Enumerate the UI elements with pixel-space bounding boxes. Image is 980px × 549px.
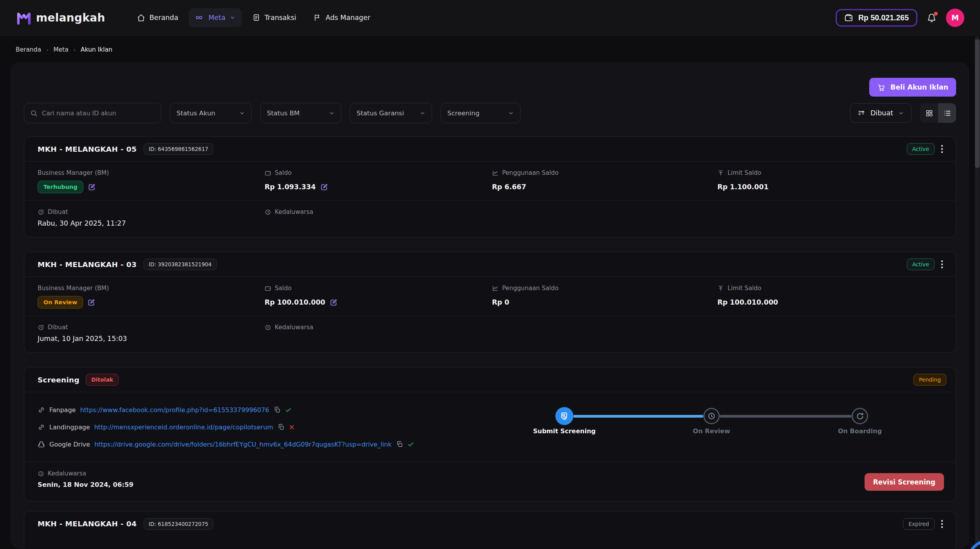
- kedaluwarsa-label: Kedaluwarsa: [275, 208, 313, 215]
- chevron-down-icon: [508, 110, 514, 116]
- screening-title: Screening: [38, 376, 79, 384]
- saldo-label: Saldo: [275, 285, 292, 292]
- nav-label: Ads Manager: [326, 14, 370, 22]
- search-box[interactable]: [24, 103, 161, 123]
- account-id-badge: ID: 643569861562617: [144, 143, 213, 155]
- account-card: MKH - MELANGKAH - 03 ID: 392038238152190…: [24, 252, 956, 353]
- limit-value: Rp 100.010.000: [717, 298, 778, 306]
- step-submit-screening-icon: [555, 407, 573, 425]
- avatar[interactable]: M: [946, 9, 964, 27]
- account-name: MKH - MELANGKAH - 03: [38, 260, 137, 269]
- breadcrumb: Beranda › Meta › Akun Iklan: [0, 36, 980, 62]
- kebab-menu-icon[interactable]: [938, 258, 946, 270]
- nav-item-beranda[interactable]: Beranda: [130, 9, 185, 27]
- sort-icon: [858, 109, 865, 117]
- sort-button[interactable]: Dibuat: [850, 103, 912, 123]
- penggunaan-value: Rp 6.667: [492, 183, 526, 191]
- breadcrumb-beranda[interactable]: Beranda: [16, 46, 41, 53]
- edit-icon[interactable]: [320, 183, 328, 191]
- nav-item-transaksi[interactable]: Transaksi: [246, 9, 303, 27]
- clock-plus-icon: [38, 209, 44, 215]
- chevron-down-icon: [329, 110, 335, 116]
- buy-ad-account-button[interactable]: Beli Akun Iklan: [869, 78, 956, 97]
- account-card: MKH - MELANGKAH - 05 ID: 643569861562617…: [24, 136, 956, 237]
- scrollbar-thumb[interactable]: [975, 39, 980, 168]
- kedaluwarsa-label: Kedaluwarsa: [48, 470, 86, 477]
- clock-icon: [265, 324, 271, 331]
- breadcrumb-meta[interactable]: Meta: [53, 46, 68, 53]
- nav-label: Meta: [208, 14, 225, 22]
- clock-icon: [265, 209, 271, 215]
- dibuat-value: Jumat, 10 Jan 2025, 15:03: [38, 335, 265, 343]
- sort-label: Dibuat: [870, 109, 893, 117]
- account-card: MKH - MELANGKAH - 04 ID: 618523400272075…: [24, 511, 956, 549]
- grid-view-button[interactable]: [920, 103, 938, 123]
- chevron-down-icon: [230, 15, 235, 20]
- nav-label: Beranda: [150, 14, 178, 22]
- screening-card: Screening Ditolak Pending Fanpage https:…: [24, 367, 956, 501]
- filter-status-bm[interactable]: Status BM: [260, 103, 341, 123]
- home-icon: [137, 14, 145, 22]
- penggunaan-label: Penggunaan Saldo: [502, 169, 558, 176]
- clock-plus-icon: [38, 324, 44, 331]
- cart-icon: [877, 83, 885, 92]
- saldo-value: Rp 100.010.000: [265, 298, 325, 306]
- breadcrumb-akun-iklan[interactable]: Akun Iklan: [81, 46, 112, 53]
- step-on-review-icon: [703, 408, 720, 424]
- kedaluwarsa-value: Senin, 18 Nov 2024, 06:59: [38, 481, 133, 488]
- main-menu: Beranda Meta Transaksi Ads Manager: [130, 8, 377, 27]
- account-id-badge: ID: 618523400272075: [144, 518, 213, 530]
- kebab-menu-icon[interactable]: [938, 518, 946, 530]
- filter-label: Status Garansi: [357, 109, 404, 117]
- edit-icon[interactable]: [88, 183, 96, 191]
- notification-bell-icon[interactable]: [927, 13, 937, 23]
- step-label-boarding: On Boarding: [838, 427, 882, 435]
- list-icon: [943, 109, 951, 117]
- buy-button-label: Beli Akun Iklan: [890, 83, 948, 91]
- filter-label: Screening: [447, 109, 479, 117]
- filter-screening[interactable]: Screening: [441, 103, 521, 123]
- search-input[interactable]: [42, 109, 155, 117]
- limit-label: Limit Saldo: [728, 285, 761, 292]
- filter-status-akun[interactable]: Status Akun: [170, 103, 252, 123]
- scrollbar-track[interactable]: [975, 36, 980, 549]
- chevron-down-icon: [420, 110, 425, 116]
- filter-label: Status Akun: [177, 109, 215, 117]
- nav-item-meta[interactable]: Meta: [189, 8, 241, 27]
- kedaluwarsa-label: Kedaluwarsa: [275, 324, 313, 331]
- bm-status-badge: On Review: [38, 296, 83, 309]
- step-label-review: On Review: [693, 427, 730, 435]
- brand-logo[interactable]: melangkah: [16, 9, 105, 26]
- account-name: MKH - MELANGKAH - 04: [38, 520, 137, 528]
- status-badge: Expired: [903, 518, 935, 530]
- step-on-boarding-icon: [852, 408, 868, 424]
- kebab-menu-icon[interactable]: [938, 143, 946, 155]
- wallet-balance-button[interactable]: Rp 50.021.265: [836, 9, 917, 27]
- edit-icon[interactable]: [330, 298, 338, 307]
- breadcrumb-separator: ›: [74, 47, 76, 53]
- filter-status-garansi[interactable]: Status Garansi: [350, 103, 432, 123]
- bm-label: Business Manager (BM): [38, 285, 109, 292]
- breadcrumb-separator: ›: [46, 47, 48, 53]
- bm-label: Business Manager (BM): [38, 169, 109, 176]
- account-name: MKH - MELANGKAH - 05: [38, 145, 137, 153]
- edit-icon[interactable]: [87, 298, 95, 307]
- filter-label: Status BM: [267, 109, 299, 117]
- notification-dot: [934, 12, 938, 16]
- filter-toolbar: Status Akun Status BM Status Garansi Scr…: [24, 103, 956, 123]
- list-view-button[interactable]: [938, 103, 956, 123]
- dibuat-value: Rabu, 30 Apr 2025, 11:27: [38, 219, 265, 227]
- nav-right: Rp 50.021.265 M: [836, 9, 964, 27]
- nav-item-ads-manager[interactable]: Ads Manager: [307, 9, 377, 27]
- penggunaan-value: Rp 0: [492, 298, 509, 306]
- receipt-icon: [252, 14, 260, 22]
- limit-value: Rp 1.100.001: [717, 183, 769, 191]
- step-label-submit: Submit Screening: [533, 427, 596, 435]
- avatar-initial: M: [951, 13, 959, 22]
- limit-icon: [717, 170, 724, 176]
- wallet-balance: Rp 50.021.265: [858, 13, 909, 22]
- brand-name: melangkah: [36, 11, 105, 24]
- revisi-screening-button[interactable]: Revisi Screening: [865, 473, 944, 491]
- top-nav: melangkah Beranda Meta Transaksi: [0, 0, 980, 36]
- status-badge: Active: [907, 258, 935, 270]
